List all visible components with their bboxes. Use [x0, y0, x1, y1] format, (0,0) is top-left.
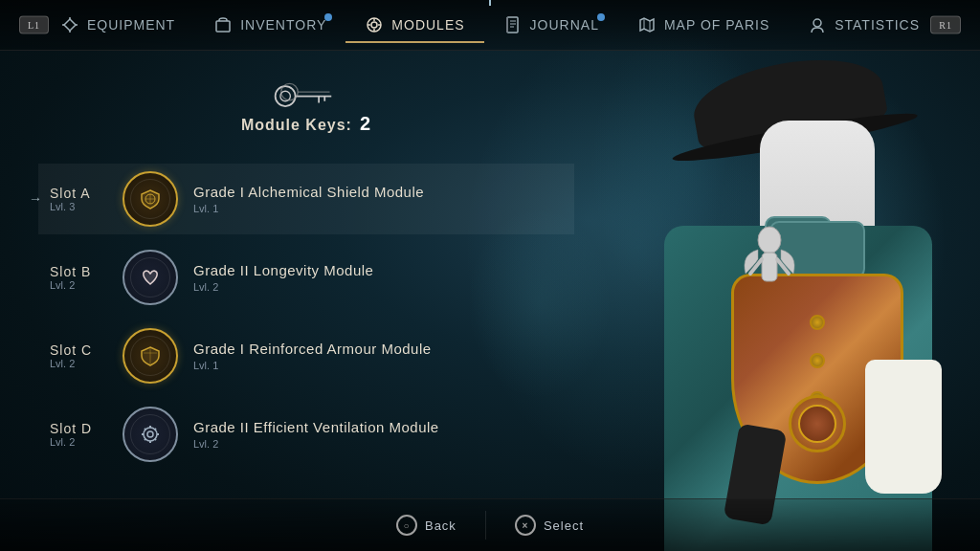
module-info-d: Grade II Efficient Ventilation Module Lv…: [193, 419, 563, 450]
nav-inventory-label: Inventory: [240, 17, 326, 33]
modules-icon: [365, 15, 384, 34]
module-circle-outer: [122, 328, 178, 384]
back-btn-label: Back: [425, 518, 457, 533]
svg-line-34: [155, 439, 157, 441]
module-keys-section: Module Keys: 2: [38, 70, 574, 154]
nav-item-journal[interactable]: Journal: [484, 8, 618, 42]
bottom-divider: [485, 511, 486, 540]
module-circle-outer: [122, 250, 178, 305]
slot-label-b: Slot B Lvl. 2: [50, 264, 107, 291]
module-circle-inner: [130, 257, 170, 298]
select-btn-label: Select: [544, 518, 584, 533]
slot-name: Slot A: [50, 186, 107, 201]
module-keys-label: Module Keys:: [241, 117, 352, 134]
svg-point-18: [813, 19, 821, 27]
nav-item-modules[interactable]: Modules: [345, 8, 483, 42]
svg-line-36: [145, 439, 146, 441]
select-button[interactable]: × Select: [515, 515, 584, 536]
equipment-icon: [60, 15, 79, 34]
back-button[interactable]: ○ Back: [396, 515, 457, 536]
module-circle-inner: [130, 414, 170, 454]
module-icon-b: [122, 250, 178, 305]
journal-notification-dot: [597, 13, 605, 21]
left-panel: Module Keys: 2 → Slot A Lvl. 3 Grade I A…: [38, 70, 574, 479]
module-circle-outer: [122, 171, 178, 227]
slot-level: Lvl. 2: [50, 358, 107, 369]
module-name: Grade II Longevity Module: [193, 262, 563, 278]
nav-statistics-label: Statistics: [835, 17, 920, 33]
slot-item-a[interactable]: → Slot A Lvl. 3 Grade I Alchemical Shiel…: [38, 164, 574, 234]
r1-button[interactable]: R1: [930, 16, 961, 34]
module-name: Grade II Efficient Ventilation Module: [193, 419, 563, 435]
journal-icon: [503, 15, 523, 34]
slots-list: → Slot A Lvl. 3 Grade I Alchemical Shiel…: [38, 164, 574, 470]
nav-journal-label: Journal: [530, 17, 599, 33]
module-level: Lvl. 2: [193, 281, 563, 293]
svg-point-28: [147, 431, 153, 437]
nav-modules-label: Modules: [391, 17, 464, 33]
module-name: Grade I Reinforced Armour Module: [193, 341, 563, 357]
svg-rect-15: [506, 17, 508, 33]
module-keys-display: Module Keys: 2: [241, 113, 371, 135]
inventory-icon: [213, 15, 233, 34]
svg-rect-11: [507, 17, 518, 33]
module-icon-d: [122, 407, 178, 462]
nav-bar: L1 Equipment Inventory: [0, 0, 980, 51]
slot-item-c[interactable]: Slot C Lvl. 2 Grade I Reinforced Armour …: [38, 320, 574, 391]
svg-rect-4: [216, 21, 230, 32]
nav-item-map[interactable]: Map of Paris: [618, 8, 789, 42]
nav-map-label: Map of Paris: [664, 17, 769, 33]
svg-line-35: [155, 429, 157, 430]
svg-point-19: [276, 86, 296, 106]
module-circle-outer: [122, 407, 178, 462]
slot-item-d[interactable]: Slot D Lvl. 2 Grade II Efficient Ventila…: [38, 399, 574, 470]
svg-line-33: [145, 429, 146, 430]
select-btn-icon: ×: [515, 515, 536, 536]
nav-top-indicator: [489, 0, 491, 6]
slot-name: Slot D: [50, 421, 107, 436]
svg-point-6: [371, 22, 377, 28]
slot-selected-arrow: →: [29, 191, 42, 207]
nav-item-statistics[interactable]: Statistics: [789, 8, 939, 42]
map-icon: [637, 15, 657, 34]
slot-level: Lvl. 3: [50, 201, 107, 212]
slot-name: Slot B: [50, 264, 107, 279]
slot-name: Slot C: [50, 342, 107, 358]
module-keys-count: 2: [360, 113, 371, 135]
slot-label-a: Slot A Lvl. 3: [50, 186, 107, 212]
statistics-icon: [808, 15, 827, 34]
slot-item-b[interactable]: Slot B Lvl. 2 Grade II Longevity Module …: [38, 242, 574, 313]
bottom-bar: ○ Back × Select: [0, 498, 980, 551]
module-circle-inner: [130, 179, 170, 219]
module-info-c: Grade I Reinforced Armour Module Lvl. 1: [193, 341, 563, 371]
back-btn-icon: ○: [396, 515, 417, 536]
module-circle-inner: [130, 336, 170, 376]
module-level: Lvl. 1: [193, 203, 563, 214]
slot-level: Lvl. 2: [50, 279, 107, 291]
slot-level: Lvl. 2: [50, 436, 107, 448]
key-icon: [273, 79, 340, 113]
module-level: Lvl. 2: [193, 438, 563, 450]
module-icon-c: [122, 328, 178, 384]
inventory-notification-dot: [324, 13, 332, 21]
module-info-a: Grade I Alchemical Shield Module Lvl. 1: [193, 184, 563, 214]
module-icon-a: [122, 171, 178, 227]
module-info-b: Grade II Longevity Module Lvl. 2: [193, 262, 563, 293]
slot-label-c: Slot C Lvl. 2: [50, 342, 107, 369]
main-content: Module Keys: 2 → Slot A Lvl. 3 Grade I A…: [0, 51, 980, 498]
slot-label-d: Slot D Lvl. 2: [50, 421, 107, 448]
module-name: Grade I Alchemical Shield Module: [193, 184, 563, 200]
nav-item-inventory[interactable]: Inventory: [194, 8, 345, 42]
nav-equipment-label: Equipment: [87, 17, 175, 33]
nav-item-equipment[interactable]: Equipment: [41, 8, 194, 42]
ui-container: L1 Equipment Inventory: [0, 0, 980, 551]
module-level: Lvl. 1: [193, 360, 563, 371]
